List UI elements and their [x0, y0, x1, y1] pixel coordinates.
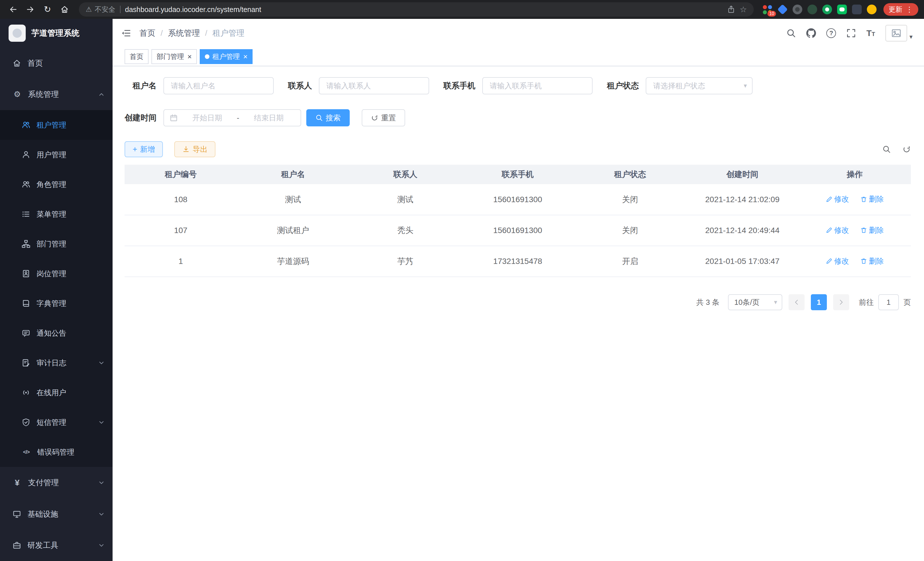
sidebar-item-user[interactable]: 用户管理 [0, 140, 112, 170]
reload-icon: ↻ [44, 5, 51, 14]
sidebar-item-infra[interactable]: 基础设施 [0, 498, 112, 530]
extension-icon-gray[interactable] [793, 5, 802, 14]
page-size-select[interactable]: 10条/页 ▾ [728, 294, 782, 310]
announcement-icon [22, 329, 30, 337]
column-header: 租户状态 [574, 165, 686, 184]
sidebar-item-error-code[interactable]: </> 错误码管理 [0, 437, 112, 467]
extension-icon-green-circle[interactable] [822, 5, 832, 14]
next-page-button[interactable] [833, 294, 849, 310]
browser-back-button[interactable] [6, 2, 21, 17]
refresh-icon[interactable] [902, 145, 911, 153]
sidebar-collapse-button[interactable] [121, 28, 131, 38]
sidebar-item-post[interactable]: 岗位管理 [0, 259, 112, 289]
extension-icon-blue[interactable] [778, 5, 788, 14]
breadcrumb-home[interactable]: 首页 [140, 28, 155, 39]
extension-icon-grid[interactable]: 10 [763, 5, 772, 14]
sidebar-item-tenant[interactable]: 租户管理 [0, 110, 112, 140]
cell-status: 关闭 [574, 184, 686, 215]
main: 首页 / 系统管理 / 租户管理 ? TT [112, 19, 924, 561]
code-icon: </> [22, 450, 31, 455]
share-button[interactable] [727, 5, 735, 14]
arrow-right-icon [26, 5, 34, 14]
extension-icon-darkgreen[interactable] [807, 5, 817, 14]
tab-dept[interactable]: 部门管理 × [152, 49, 197, 64]
extension-icon-chat[interactable] [837, 5, 847, 14]
navbar-actions: ? TT ▾ [786, 25, 913, 41]
phone-label: 联系手机 [443, 80, 476, 91]
extension-icon-emoji[interactable] [867, 5, 877, 14]
status-select[interactable]: 请选择租户状态 ▾ [646, 77, 753, 94]
delete-link[interactable]: 删除 [860, 225, 884, 235]
yen-icon: ¥ [13, 478, 22, 487]
sidebar-item-audit-log[interactable]: 审计日志 [0, 348, 112, 378]
close-icon[interactable]: × [188, 53, 192, 60]
sidebar-item-devtools[interactable]: 研发工具 [0, 529, 112, 561]
sidebar-item-dept[interactable]: 部门管理 [0, 229, 112, 259]
contact-input[interactable] [319, 77, 429, 94]
tenant-name-label: 租户名 [124, 80, 157, 91]
breadcrumb: 首页 / 系统管理 / 租户管理 [140, 28, 244, 39]
app-logo-row[interactable]: 芋道管理系统 [0, 19, 112, 47]
tenant-icon [22, 121, 30, 129]
cell-contact: 测试 [349, 184, 461, 215]
cell-tenant-name: 测试租户 [237, 215, 349, 246]
cell-tenant-name: 测试 [237, 184, 349, 215]
toolbox-icon [13, 541, 21, 550]
tab-home[interactable]: 首页 [124, 49, 148, 64]
breadcrumb-separator: / [160, 29, 163, 38]
tab-tenant[interactable]: 租户管理 × [200, 49, 253, 64]
github-icon[interactable] [806, 28, 816, 38]
browser-forward-button[interactable] [23, 2, 38, 17]
extension-icon-puzzle[interactable] [852, 5, 862, 14]
share-icon [727, 5, 735, 14]
browser-home-button[interactable] [57, 2, 72, 17]
delete-link[interactable]: 删除 [860, 194, 884, 204]
browser-menu-icon[interactable]: ⋮ [906, 5, 913, 14]
sidebar-item-menu[interactable]: 菜单管理 [0, 199, 112, 229]
bookmark-button[interactable]: ☆ [740, 5, 747, 14]
goto-page-input[interactable] [878, 294, 899, 310]
toggle-search-icon[interactable] [882, 145, 891, 153]
delete-link[interactable]: 删除 [860, 256, 884, 266]
cell-contact: 秃头 [349, 215, 461, 246]
total-count: 共 3 条 [696, 297, 719, 307]
sidebar-item-online-users[interactable]: 在线用户 [0, 378, 112, 408]
close-icon[interactable]: × [243, 53, 248, 60]
sidebar-item-role[interactable]: 角色管理 [0, 170, 112, 199]
address-bar[interactable]: ⚠ 不安全 dashboard.yudao.iocoder.cn/system/… [79, 2, 754, 17]
edit-link[interactable]: 修改 [826, 225, 849, 235]
sidebar-item-home[interactable]: 首页 [0, 47, 112, 79]
help-icon[interactable]: ? [826, 28, 836, 38]
user-menu[interactable]: ▾ [885, 25, 913, 41]
security-label: 不安全 [95, 5, 116, 14]
chevron-left-icon [794, 299, 800, 305]
sidebar-item-payment[interactable]: ¥ 支付管理 [0, 467, 112, 498]
tenant-name-input[interactable] [164, 77, 274, 94]
fullscreen-icon[interactable] [846, 28, 856, 38]
security-indicator[interactable]: ⚠ 不安全 [86, 5, 116, 14]
browser-reload-button[interactable]: ↻ [40, 2, 55, 17]
prev-page-button[interactable] [789, 294, 805, 310]
date-range-picker[interactable]: 开始日期 - 结束日期 [164, 109, 301, 126]
cell-actions: 修改 删除 [799, 184, 911, 215]
filter-row-2: 创建时间 开始日期 - 结束日期 搜索 重置 [124, 109, 911, 126]
sidebar-item-dict[interactable]: 字典管理 [0, 289, 112, 318]
font-size-icon[interactable]: TT [866, 28, 875, 38]
page-number-button[interactable]: 1 [811, 294, 827, 310]
export-button[interactable]: 导出 [174, 141, 215, 157]
reset-button[interactable]: 重置 [362, 109, 405, 126]
search-icon[interactable] [786, 28, 796, 38]
edit-link[interactable]: 修改 [826, 256, 849, 266]
sidebar-item-system[interactable]: ⚙ 系统管理 [0, 79, 112, 110]
chevron-down-icon [98, 542, 105, 548]
search-button[interactable]: 搜索 [306, 109, 350, 126]
sidebar-item-notice[interactable]: 通知公告 [0, 318, 112, 348]
edit-link[interactable]: 修改 [826, 194, 849, 204]
phone-input[interactable] [482, 77, 592, 94]
browser-update-button[interactable]: 更新 ⋮ [884, 3, 918, 16]
extensions-area: 10 [763, 5, 877, 14]
sidebar-item-sms[interactable]: 短信管理 [0, 408, 112, 437]
add-button[interactable]: + 新增 [124, 141, 163, 157]
start-date-placeholder: 开始日期 [181, 113, 233, 123]
breadcrumb-system[interactable]: 系统管理 [168, 28, 200, 39]
